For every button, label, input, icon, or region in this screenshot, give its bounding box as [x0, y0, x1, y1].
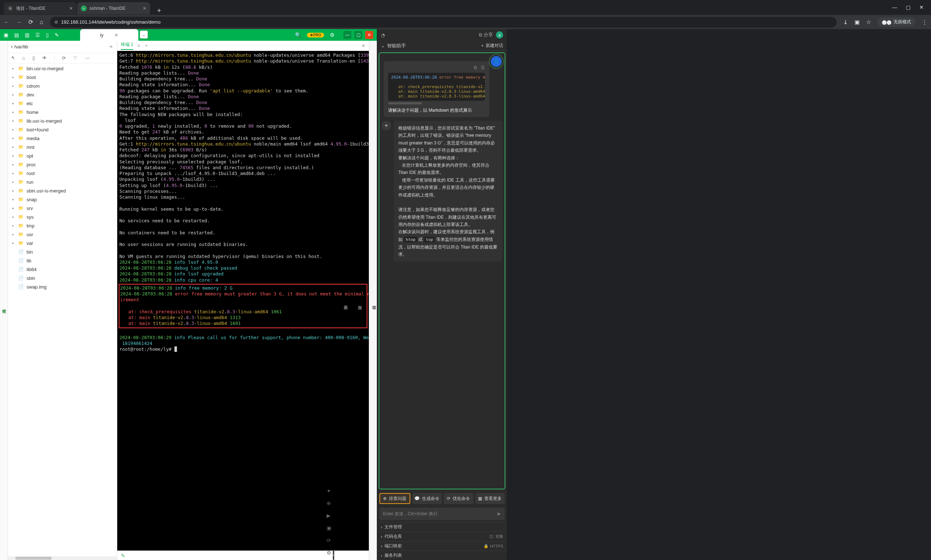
- folder-item[interactable]: ▸📁srv: [8, 204, 117, 212]
- folder-item[interactable]: ▸📁etc: [8, 99, 117, 108]
- file-list[interactable]: ▸📁bin.usr-is-merged▸📁boot▸📁cdrom▸📁dev▸📁e…: [8, 63, 117, 556]
- nav-reload-button[interactable]: ⟳: [28, 18, 33, 25]
- bookmark-icon[interactable]: ☆: [866, 19, 871, 25]
- panel-icon[interactable]: ▣: [4, 32, 8, 38]
- action-optimize[interactable]: ⟳ 优化命令: [444, 493, 473, 504]
- user-avatar[interactable]: a: [496, 31, 503, 38]
- side-icon[interactable]: ⊕: [327, 500, 331, 506]
- vtab-bookmarks[interactable]: 书签管理: [371, 300, 377, 305]
- editor-tab[interactable]: ly ✕: [80, 29, 138, 41]
- extensions-icon[interactable]: ▣: [854, 19, 860, 25]
- browser-tab-2[interactable]: ♦ sshman - TitanIDE ✕: [77, 2, 150, 15]
- incognito-badge[interactable]: ⬤⬤ 无痕模式: [877, 17, 916, 26]
- folder-item[interactable]: ▸📁snap: [8, 195, 117, 204]
- folder-item[interactable]: ▸📁sys: [8, 212, 117, 221]
- copy-path-icon[interactable]: ▯: [32, 55, 35, 61]
- reveal-icon[interactable]: 👁: [42, 55, 47, 61]
- folder-item[interactable]: ▸📁mnt: [8, 143, 117, 151]
- add-button[interactable]: ＋: [108, 43, 114, 51]
- panel-repo[interactable]: ›代码仓库 ⿻克隆: [377, 532, 507, 541]
- folder-item[interactable]: ▸📁var: [8, 239, 117, 248]
- panel-icon[interactable]: ✎: [55, 32, 59, 38]
- home-icon[interactable]: ⌂: [22, 55, 25, 61]
- side-icon[interactable]: ▶: [327, 513, 331, 518]
- action-troubleshoot[interactable]: ⊕ 排查问题: [379, 493, 410, 504]
- ai-chat-area[interactable]: 👤 ⧉ ☰ 2024-08-28T03:06:28 error free mem…: [379, 52, 506, 489]
- action-more[interactable]: ▦ 查看更多: [476, 493, 505, 504]
- browser-menu-button[interactable]: ⋮: [922, 19, 927, 25]
- vtab-file-tree[interactable]: 文件树状: [1, 303, 8, 309]
- window-min-button[interactable]: —: [892, 5, 897, 10]
- ide-close-button[interactable]: ✕: [365, 31, 373, 39]
- window-close-button[interactable]: ✕: [919, 5, 924, 10]
- folder-item[interactable]: ▸📁lib.usr-is-merged: [8, 117, 117, 125]
- action-gen-command[interactable]: 💬 生成命令: [413, 493, 442, 504]
- new-chat-button[interactable]: ＋ 新建对话: [480, 43, 503, 49]
- folder-item[interactable]: ▸📁dev: [8, 90, 117, 99]
- scrollbar-thumb[interactable]: [388, 102, 422, 105]
- favorite-icon[interactable]: ♡: [73, 55, 77, 61]
- file-item[interactable]: 📄lib64: [8, 265, 117, 274]
- folder-item[interactable]: ▸📁root: [8, 169, 117, 178]
- panel-port-mapping[interactable]: ›端口映射 🔒HTTPS: [377, 541, 507, 551]
- send-icon[interactable]: ➤: [496, 511, 501, 517]
- vtab-uploads[interactable]: 上传列表: [357, 300, 363, 305]
- folder-item[interactable]: ▸📁proc: [8, 160, 117, 169]
- share-button[interactable]: ⧉ 分享: [479, 32, 493, 38]
- level-up-icon[interactable]: ↰: [11, 55, 15, 61]
- path-bar[interactable]: ▾ /var/lib ＋: [8, 41, 117, 53]
- terminal-tab-close[interactable]: ✕: [137, 43, 140, 48]
- terminal-add-tab[interactable]: ＋: [144, 43, 148, 49]
- folder-item[interactable]: ▸📁run: [8, 178, 117, 186]
- panel-icon[interactable]: ▥: [25, 32, 29, 38]
- file-item[interactable]: 📄bin: [8, 248, 117, 256]
- tab-dropdown-button[interactable]: ⌄: [140, 31, 148, 38]
- terminal-tab-1[interactable]: 终端 1: [121, 42, 133, 50]
- folder-item[interactable]: ▸📁tmp: [8, 221, 117, 230]
- folder-item[interactable]: ▸📁media: [8, 134, 117, 143]
- new-tab-button[interactable]: ＋: [151, 6, 168, 15]
- list-icon[interactable]: ☰: [481, 65, 485, 71]
- vtab-downloads[interactable]: 下载列表: [343, 300, 348, 305]
- search-icon[interactable]: 🔍: [295, 32, 301, 38]
- folder-item[interactable]: ▸📁lost+found: [8, 125, 117, 134]
- install-app-icon[interactable]: ⤓: [843, 19, 848, 25]
- copy-icon[interactable]: ⧉: [474, 65, 477, 71]
- folder-item[interactable]: ▸📁home: [8, 108, 117, 117]
- panel-services[interactable]: ›服务列表: [377, 551, 507, 560]
- close-icon[interactable]: ✕: [143, 6, 146, 11]
- chevron-down-icon[interactable]: ⌄: [381, 43, 385, 48]
- panel-icon[interactable]: ▤: [14, 32, 19, 38]
- terminal-output[interactable]: Get:6 http://mirrors.tuna.tsinghua.edu.c…: [117, 51, 369, 551]
- ai-input[interactable]: Enter 发送，Ctrl+Enter 换行 ➤: [379, 508, 505, 520]
- side-icon[interactable]: ✦: [327, 488, 331, 494]
- side-gear-icon[interactable]: ⚙: [327, 550, 331, 555]
- refresh-icon[interactable]: ⟳: [62, 55, 66, 61]
- nav-home-button[interactable]: ⌂: [40, 19, 43, 25]
- panel-file-manager[interactable]: ›文件管理: [377, 522, 507, 532]
- window-max-button[interactable]: ▢: [906, 5, 911, 10]
- folder-item[interactable]: ▸📁boot: [8, 73, 117, 82]
- site-settings-icon[interactable]: ⚙: [54, 20, 58, 25]
- file-item[interactable]: 📄swap.img: [8, 282, 117, 291]
- file-item[interactable]: 📄lib: [8, 256, 117, 265]
- panel-icon[interactable]: ☰: [35, 32, 40, 38]
- close-icon[interactable]: ✕: [69, 6, 73, 11]
- collapse-right-button[interactable]: ›: [333, 550, 334, 560]
- side-icon[interactable]: ⟳: [327, 537, 331, 543]
- folder-item[interactable]: ▸📁sbin.usr-is-merged: [8, 186, 117, 195]
- terminal-status-icon[interactable]: ✎: [121, 553, 125, 558]
- folder-item[interactable]: ▸📁bin.usr-is-merged: [8, 64, 117, 73]
- folder-item[interactable]: ▸📁opt: [8, 151, 117, 160]
- close-icon[interactable]: ✕: [114, 32, 118, 38]
- address-bar[interactable]: ⚙ 192.168.101.144/ide/web/coding/sshman/…: [50, 17, 837, 28]
- file-item[interactable]: 📄sbin: [8, 274, 117, 282]
- horizontal-scrollbar[interactable]: [8, 556, 117, 560]
- browser-tab-1[interactable]: ⧉ 项目 - TitanIDE ✕: [4, 2, 77, 15]
- nav-back-button[interactable]: ←: [4, 19, 9, 25]
- ide-max-button[interactable]: ▢: [354, 31, 362, 39]
- ide-min-button[interactable]: —: [343, 31, 351, 39]
- more-icon[interactable]: ⋯: [85, 55, 89, 61]
- folder-item[interactable]: ▸📁usr: [8, 230, 117, 239]
- speed-icon[interactable]: ◔: [381, 32, 385, 38]
